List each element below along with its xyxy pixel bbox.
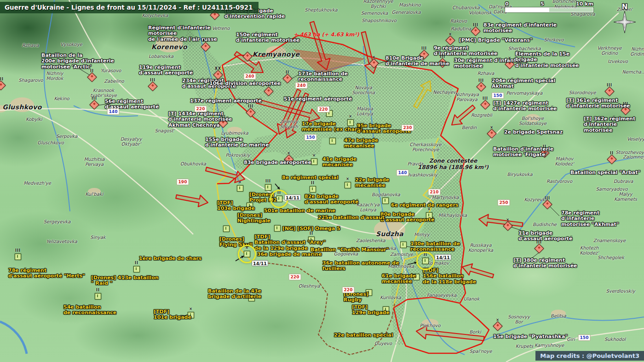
contested-zone-polygon — [232, 134, 322, 171]
map-overlay-graphics — [0, 0, 644, 362]
contested-zone-polygon — [222, 35, 453, 142]
map-canvas[interactable]: RzhavaVysokoyeShagarovoNizhniy MordokKek… — [0, 0, 644, 362]
contested-zone-polygon — [401, 138, 466, 302]
leader-line — [530, 250, 542, 260]
leader-line — [448, 41, 453, 42]
leader-line — [74, 65, 90, 75]
leader-line — [550, 207, 559, 216]
state-border-line — [251, 261, 395, 355]
leader-line — [247, 294, 251, 298]
leader-line — [180, 315, 189, 316]
attack-arrow-red — [416, 326, 484, 341]
attack-arrow-red — [452, 105, 475, 125]
attack-arrow-red — [176, 195, 208, 207]
leader-line — [529, 153, 543, 153]
leader-line — [511, 227, 528, 232]
scale-tick-0: 0 — [505, 1, 509, 7]
scale-tick-5: 5 — [540, 1, 544, 7]
attack-arrow-red — [206, 167, 245, 182]
attack-arrow-red — [479, 215, 523, 226]
map-title: Guerre d'Ukraine - Lignes de front au 15… — [0, 2, 259, 13]
compass-star-icon — [614, 11, 636, 33]
compass-north-label: N — [614, 3, 636, 11]
compass-rose: N — [614, 3, 636, 35]
map-credits: Map credits : @Pouletvolant3 — [535, 351, 644, 361]
attack-arrow-red — [462, 264, 494, 278]
scale-tick-10: 10 km — [576, 1, 593, 7]
leader-line — [96, 102, 121, 106]
scale-bar: 0 5 10 km — [505, 1, 593, 12]
scale-bar-rule — [505, 7, 593, 12]
